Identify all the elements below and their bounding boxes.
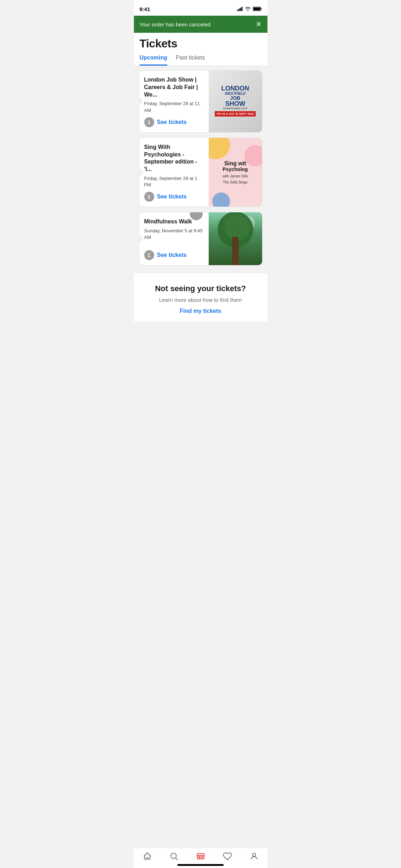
- page-title-area: Tickets: [134, 33, 267, 50]
- sing-bubble-blue: [212, 192, 230, 207]
- sing-subtitle-line4: The Sofa Singe: [223, 180, 248, 184]
- sing-bubble-yellow: [209, 138, 230, 159]
- ticket-count-london: 1: [144, 117, 154, 127]
- event-date-sing: Friday, September 29 at 1 PM: [144, 175, 204, 188]
- event-title-london: London Job Show | Careers & Job Fair | W…: [144, 76, 204, 98]
- tab-upcoming[interactable]: Upcoming: [140, 55, 167, 66]
- event-card-sing: Sing With Psychologies - September editi…: [139, 138, 262, 207]
- not-seeing-section: Not seeing your tickets? Learn more abou…: [134, 273, 267, 321]
- cancel-banner-text: Your order has been canceled: [140, 21, 211, 27]
- tab-past-tickets[interactable]: Past tickets: [176, 55, 205, 66]
- battery-icon: [253, 7, 262, 11]
- card-left-london: London Job Show | Careers & Job Fair | W…: [139, 71, 209, 132]
- event-title-sing: Sing With Psychologies - September editi…: [144, 144, 204, 173]
- tree-trunk: [232, 237, 239, 265]
- london-title-line2: JOB: [215, 95, 256, 100]
- svg-rect-2: [240, 8, 241, 11]
- london-image: LONDON Westfield JOB SHOW STRATFORD CITY…: [209, 71, 262, 132]
- ticket-count-mindfulness: 1: [144, 250, 154, 260]
- ticket-count-sing: 1: [144, 192, 154, 202]
- see-tickets-link-london[interactable]: See tickets: [157, 119, 187, 125]
- london-title-line1: LONDON: [215, 85, 256, 92]
- signal-icon: [237, 7, 243, 11]
- sing-image: Sing wit Psycholog with James Sills The …: [209, 138, 262, 207]
- card-left-mindfulness: Mindfulness Walk Sunday, November 5 at 9…: [139, 212, 209, 265]
- event-date-mindfulness: Sunday, November 5 at 9:45 AM: [144, 228, 204, 241]
- card-image-london: LONDON Westfield JOB SHOW STRATFORD CITY…: [209, 71, 262, 132]
- see-tickets-row-sing: 1 See tickets: [144, 192, 204, 202]
- card-image-sing: Sing wit Psycholog with James Sills The …: [209, 138, 262, 207]
- close-banner-button[interactable]: ✕: [256, 21, 262, 28]
- sing-title-line1: Sing wit: [223, 160, 248, 167]
- mindfulness-image: [209, 212, 262, 265]
- svg-rect-5: [261, 8, 261, 10]
- event-date-london: Friday, September 29 at 11 AM: [144, 100, 204, 113]
- not-seeing-title: Not seeing your tickets?: [140, 284, 262, 293]
- card-image-mindfulness: [209, 212, 262, 265]
- svg-rect-0: [237, 10, 238, 11]
- see-tickets-row-london: 1 See tickets: [144, 117, 204, 127]
- london-title-line3: SHOW: [215, 100, 256, 107]
- svg-rect-1: [239, 9, 240, 11]
- page-title: Tickets: [140, 37, 262, 50]
- events-list: London Job Show | Careers & Job Fair | W…: [134, 66, 267, 270]
- london-image-content: LONDON Westfield JOB SHOW STRATFORD CITY…: [212, 82, 259, 120]
- wifi-icon: [245, 7, 251, 11]
- london-badge: FRI 29 & SAT 30 SEPT 2023: [215, 111, 256, 117]
- svg-rect-6: [253, 8, 260, 10]
- sing-subtitle-line3: with James Sills: [223, 174, 248, 178]
- see-tickets-link-sing[interactable]: See tickets: [157, 193, 187, 200]
- see-tickets-row-mindfulness: 1 See tickets: [144, 250, 204, 260]
- not-seeing-subtitle: Learn more about how to find them: [140, 297, 262, 303]
- tabs-container: Upcoming Past tickets: [134, 50, 267, 66]
- cancel-banner: Your order has been canceled ✕: [134, 16, 267, 33]
- find-tickets-link[interactable]: Find my tickets: [140, 308, 262, 314]
- event-card-mindfulness: Mindfulness Walk Sunday, November 5 at 9…: [139, 212, 262, 265]
- sing-text-content: Sing wit Psycholog with James Sills The …: [220, 157, 251, 187]
- see-tickets-link-mindfulness[interactable]: See tickets: [157, 252, 187, 258]
- card-left-sing: Sing With Psychologies - September editi…: [139, 138, 209, 207]
- status-bar: 9:41: [134, 0, 267, 16]
- status-time: 9:41: [140, 6, 150, 12]
- sing-title-line2: Psycholog: [223, 167, 248, 172]
- status-icons: [237, 7, 262, 11]
- svg-rect-3: [241, 7, 243, 11]
- london-city: STRATFORD CITY: [215, 107, 256, 110]
- event-card-london: London Job Show | Careers & Job Fair | W…: [139, 70, 262, 133]
